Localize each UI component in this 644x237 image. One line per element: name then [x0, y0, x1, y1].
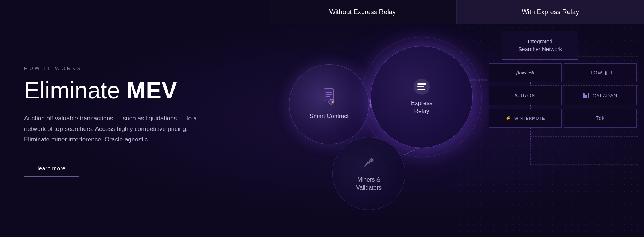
searcher-row-1: flowdesk FLOW ▮ T — [489, 63, 637, 82]
miners-icon — [362, 155, 376, 172]
diagram-container: ⚡ Smart Contract ExpressRelay — [269, 24, 644, 237]
miners-circle: Miners &Validators — [332, 137, 405, 210]
express-relay-circle: ExpressRelay — [371, 46, 473, 148]
right-panel: Without Express Relay With Express Relay — [269, 0, 644, 237]
searcher-network-box: IntegratedSearcher Network — [502, 31, 578, 60]
smart-contract-icon: ⚡ — [322, 88, 336, 108]
searcher-row-2: AUROS CALADAN — [489, 86, 637, 105]
miners-label: Miners &Validators — [356, 176, 382, 192]
searcher-row-3: ⚡ WINTERMUTE Tok — [489, 109, 637, 128]
tab-with-express-relay[interactable]: With Express Relay — [457, 0, 644, 24]
headline-bold: MEV — [126, 77, 177, 104]
searcher-box-wintermute: ⚡ WINTERMUTE — [489, 109, 562, 128]
headline-text: Eliminate — [24, 77, 126, 104]
express-relay-label: ExpressRelay — [411, 99, 432, 116]
section-label: HOW IT WORKS — [24, 66, 228, 71]
smart-contract-circle: ⚡ Smart Contract — [289, 64, 369, 144]
auros-label: AUROS — [514, 93, 536, 98]
searcher-box-caladan: CALADAN — [564, 86, 637, 105]
tab-bar: Without Express Relay With Express Relay — [269, 0, 644, 24]
tab-with-label: With Express Relay — [522, 8, 579, 16]
searcher-box-auros: AUROS — [489, 86, 562, 105]
learn-more-button[interactable]: learn more — [24, 160, 79, 177]
wintermute-label: ⚡ WINTERMUTE — [506, 116, 545, 121]
flowdesk-label: flowdesk — [516, 70, 534, 76]
searcher-box-flowdesk: flowdesk — [489, 63, 562, 82]
left-panel: HOW IT WORKS Eliminate MEV Auction off v… — [24, 66, 228, 177]
tab-without-express-relay[interactable]: Without Express Relay — [269, 0, 457, 24]
flow2-label: FLOW ▮ T — [587, 70, 613, 75]
express-relay-icon — [414, 79, 430, 95]
searcher-network-title: IntegratedSearcher Network — [510, 38, 570, 53]
headline: Eliminate MEV — [24, 78, 228, 103]
description-text: Auction off valuable transactions — such… — [24, 113, 206, 145]
caladan-label: CALADAN — [583, 93, 617, 98]
searcher-box-tok: Tok — [564, 109, 637, 128]
searcher-box-flow2: FLOW ▮ T — [564, 63, 637, 82]
tab-without-label: Without Express Relay — [329, 8, 396, 16]
smart-contract-label: Smart Contract — [309, 112, 349, 120]
svg-text:⚡: ⚡ — [330, 100, 335, 104]
